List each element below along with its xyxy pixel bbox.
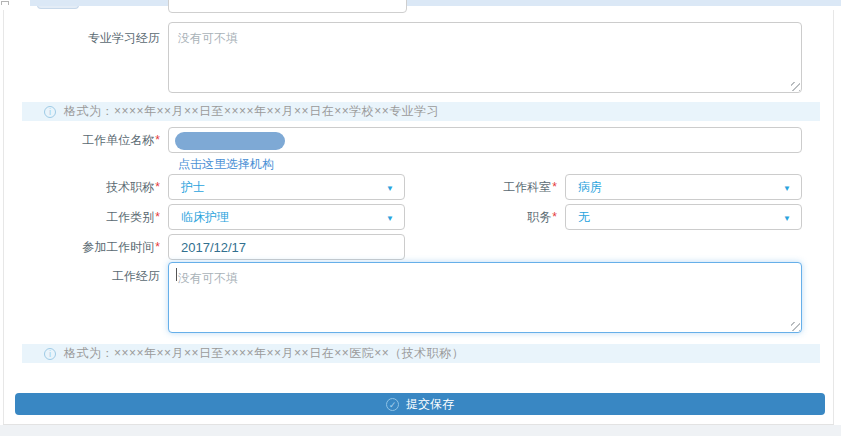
required-asterisk: * xyxy=(155,180,160,194)
info-circle-icon: i xyxy=(44,348,56,360)
cutoff-input-above[interactable] xyxy=(168,0,407,13)
work-start-date-label: 参加工作时间* xyxy=(0,234,160,260)
chevron-down-icon: ▼ xyxy=(783,184,791,193)
duty-select[interactable]: 无 ▼ xyxy=(565,204,802,230)
required-asterisk: * xyxy=(155,240,160,254)
resize-grip-icon[interactable] xyxy=(791,82,800,91)
work-start-date-label-text: 参加工作时间 xyxy=(82,240,154,254)
submit-save-button[interactable]: ✓ 提交保存 xyxy=(15,393,825,415)
cutoff-header-bar xyxy=(30,0,841,6)
work-category-value: 临床护理 xyxy=(181,209,229,226)
work-unit-input[interactable] xyxy=(168,127,802,153)
study-format-hint-text: 格式为：××××年××月××日至××××年××月××日在××学校××专业学习 xyxy=(64,103,439,120)
study-experience-label-text: 专业学习经历 xyxy=(88,31,160,45)
tech-title-label: 技术职称* xyxy=(0,174,160,200)
chevron-down-icon: ▼ xyxy=(783,214,791,223)
duty-value: 无 xyxy=(578,209,590,226)
work-category-label-text: 工作类别 xyxy=(106,210,154,224)
work-format-hint-bar: i 格式为：××××年××月××日至××××年××月××日在××医院××（技术职… xyxy=(22,344,820,363)
page-footer-background xyxy=(0,425,841,436)
work-experience-label-text: 工作经历 xyxy=(112,269,160,283)
work-unit-label-text: 工作单位名称 xyxy=(82,133,154,147)
work-start-date-input[interactable] xyxy=(168,234,405,260)
tech-title-label-text: 技术职称 xyxy=(106,180,154,194)
work-category-label: 工作类别* xyxy=(0,204,160,230)
study-experience-textarea[interactable] xyxy=(168,22,802,93)
resize-grip-icon[interactable] xyxy=(791,322,800,331)
work-unit-label: 工作单位名称* xyxy=(0,127,160,153)
duty-label-text: 职务 xyxy=(527,210,551,224)
work-experience-textarea[interactable] xyxy=(168,262,802,333)
chevron-down-icon: ▼ xyxy=(386,184,394,193)
tech-title-select[interactable]: 护士 ▼ xyxy=(168,174,405,200)
work-dept-label-text: 工作科室 xyxy=(503,180,551,194)
work-category-select[interactable]: 临床护理 ▼ xyxy=(168,204,405,230)
redacted-value-blob xyxy=(175,132,285,150)
pick-organization-link[interactable]: 点击这里选择机构 xyxy=(178,156,274,173)
required-asterisk: * xyxy=(552,180,557,194)
work-dept-select[interactable]: 病房 ▼ xyxy=(565,174,802,200)
work-format-hint-text: 格式为：××××年××月××日至××××年××月××日在××医院××（技术职称） xyxy=(64,345,464,362)
cutoff-corner-mark xyxy=(1,1,9,5)
info-circle-icon: i xyxy=(44,106,56,118)
submit-save-label: 提交保存 xyxy=(406,396,454,413)
check-circle-icon: ✓ xyxy=(386,398,399,411)
text-cursor xyxy=(176,268,177,281)
work-info-form-page: 专业学习经历 i 格式为：××××年××月××日至××××年××月××日在××学… xyxy=(0,0,841,436)
tech-title-value: 护士 xyxy=(181,179,205,196)
study-experience-label: 专业学习经历 xyxy=(0,30,160,47)
work-dept-value: 病房 xyxy=(578,179,602,196)
required-asterisk: * xyxy=(155,210,160,224)
required-asterisk: * xyxy=(155,133,160,147)
chevron-down-icon: ▼ xyxy=(386,214,394,223)
panel-border-right xyxy=(833,10,834,425)
required-asterisk: * xyxy=(552,210,557,224)
study-format-hint-bar: i 格式为：××××年××月××日至××××年××月××日在××学校××专业学习 xyxy=(22,102,820,121)
work-dept-label: 工作科室* xyxy=(420,174,557,200)
duty-label: 职务* xyxy=(420,204,557,230)
work-experience-label: 工作经历 xyxy=(0,268,160,285)
